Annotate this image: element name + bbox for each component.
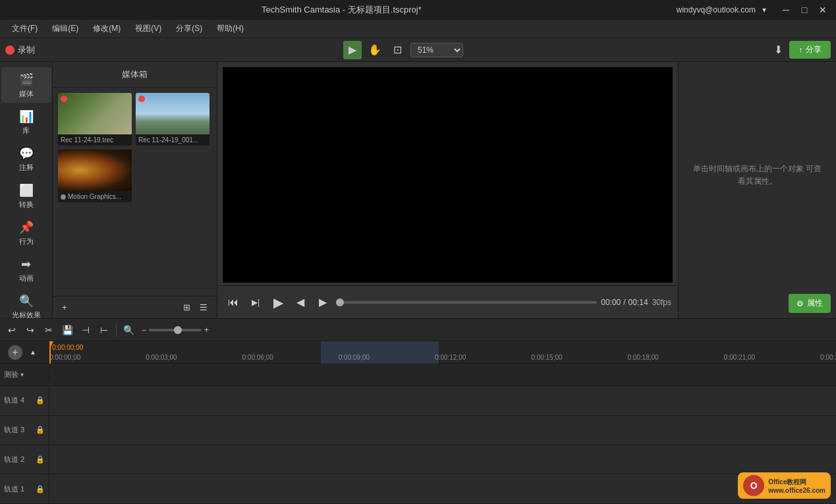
properties-button[interactable]: ⚙ 属性 [789, 294, 831, 313]
menu-item-m[interactable]: 修改(M) [86, 21, 127, 36]
select-tool-button[interactable]: ▶ [343, 41, 362, 59]
tl-time-position: 0:00:00;00 [52, 344, 83, 351]
behavior-icon: 📌 [19, 220, 34, 235]
quiz-track-label-area: 测验 ▾ [0, 370, 49, 379]
sidebar-item-annotation[interactable]: 💬 注释 [1, 141, 51, 177]
zoom-select[interactable]: 51% [410, 43, 463, 57]
properties-panel: 单击时间轴或画布上的一个对象 可查看其属性。 ⚙ 属性 [678, 62, 836, 318]
tl-undo-button[interactable]: ↩ [4, 322, 20, 338]
share-button[interactable]: ↑ 分享 [789, 41, 831, 59]
rec-indicator-2 [138, 96, 145, 102]
zoom-slider-thumb [174, 326, 182, 334]
menu-item-f[interactable]: 文件(F) [5, 21, 44, 36]
track-3-lock-button[interactable]: 🔒 [36, 426, 45, 435]
media-thumb-motion[interactable]: Motion Graphics... [58, 150, 132, 202]
time-info: 00:00 / 00:14 [601, 298, 648, 307]
close-button[interactable]: ✕ [816, 3, 829, 16]
thumb-label-motion: Motion Graphics... [58, 191, 132, 202]
tl-save-button[interactable]: 💾 [59, 322, 75, 338]
gear-icon: ⚙ [796, 299, 804, 308]
maximize-button[interactable]: □ [798, 3, 811, 16]
track-1-label: 轨道 1 [4, 484, 24, 494]
thumb-label-rec2: Rec 11-24-19_001... [136, 134, 209, 146]
preview-area: ⏮ ▶| ▶ ◀ ▶ 00:00 / 00:14 30fps [217, 62, 678, 318]
toolbar: 录制 ▶ ✋ ⊡ 51% ⬇ ↑ 分享 [0, 38, 836, 62]
user-label: windyvq@outlook.com [677, 5, 756, 14]
tl-cut-button[interactable]: ✂ [41, 322, 57, 338]
quiz-track-label: 测验 [4, 370, 18, 379]
timeline-ruler[interactable]: 0:00:00;000:00:03;000:00:06;000:00:09;00… [49, 341, 836, 364]
titlebar-right: windyvq@outlook.com ▾ ─ □ ✕ [677, 3, 829, 16]
media-thumb-rec1[interactable]: Rec 11-24-19.trec [58, 93, 132, 146]
media-panel-bottom: + ⊞ ☰ [53, 296, 217, 318]
list-view-button[interactable]: ☰ [196, 300, 211, 314]
zoom-plus-icon: + [204, 325, 209, 335]
menu-item-e[interactable]: 编辑(E) [45, 21, 85, 36]
track-2-label: 轨道 2 [4, 455, 24, 464]
download-button[interactable]: ⬇ [771, 41, 785, 59]
sidebar-item-library[interactable]: 📊 库 [1, 104, 51, 140]
step-back-button[interactable]: ▶| [246, 293, 265, 312]
sidebar-item-animation[interactable]: ➡ 动画 [1, 252, 51, 287]
sidebar-item-media[interactable]: 🎬 媒体 [1, 67, 51, 103]
tl-add-track-button[interactable]: + [8, 345, 22, 360]
menu-item-s[interactable]: 分享(S) [169, 21, 209, 36]
sidebar-annotation-label: 注释 [19, 163, 34, 173]
sidebar-item-transition[interactable]: ⬜ 转换 [1, 178, 51, 213]
timeline-area: ↩ ↪ ✂ 💾 ⊣ ⊢ 🔍 − + + ▲ [0, 318, 836, 504]
window-controls: ─ □ ✕ [779, 3, 829, 16]
quiz-track-header: 测验 ▾ [0, 364, 836, 386]
watermark-text: Office教程网 www.office26.com [768, 478, 825, 494]
thumb-label-rec1: Rec 11-24-19.trec [58, 134, 132, 146]
track-row-3[interactable] [49, 416, 836, 445]
tl-redo-button[interactable]: ↪ [22, 322, 38, 338]
track-4-lock-button[interactable]: 🔒 [36, 396, 45, 405]
prev-marker-button[interactable]: ◀ [291, 293, 310, 312]
media-panel: 媒体箱 Rec 11-24-19.trec Rec 11-24-19_001..… [53, 62, 217, 318]
skip-back-button[interactable]: ⏮ [224, 293, 242, 312]
record-button[interactable]: 录制 [5, 44, 35, 56]
track-row-1[interactable] [49, 474, 836, 504]
grid-view-button[interactable]: ⊞ [179, 300, 194, 314]
chevron-down-icon: ▾ [762, 5, 766, 14]
menu-item-v[interactable]: 视图(V) [128, 21, 168, 36]
tl-split-button[interactable]: ⊣ [78, 322, 94, 338]
tl-something-button[interactable]: ⊢ [96, 322, 112, 338]
record-dot-icon [5, 45, 14, 55]
progress-bar[interactable] [336, 301, 597, 304]
next-marker-button[interactable]: ▶ [314, 293, 332, 312]
zoom-slider-track[interactable] [149, 329, 202, 331]
media-thumb-rec2[interactable]: Rec 11-24-19_001... [136, 93, 209, 146]
properties-hint: 单击时间轴或画布上的一个对象 可查看其属性。 [679, 62, 836, 289]
time-separator: / [623, 298, 625, 307]
track-4-label: 轨道 4 [4, 395, 24, 405]
minimize-button[interactable]: ─ [779, 3, 793, 16]
menu-item-h[interactable]: 帮助(H) [210, 21, 250, 36]
time-mark-8: 0:00:24;00 [820, 354, 836, 361]
track-label-4: 轨道 4 🔒 [0, 386, 49, 416]
time-mark-3: 0:00:09;00 [339, 354, 370, 361]
track-2-lock-button[interactable]: 🔒 [36, 455, 45, 464]
track-label-2: 轨道 2 🔒 [0, 445, 49, 475]
media-add-button[interactable]: + [58, 300, 71, 314]
hand-tool-button[interactable]: ✋ [366, 41, 384, 59]
track-row-2[interactable] [49, 445, 836, 475]
chevron-down-quiz: ▾ [20, 371, 24, 378]
total-time: 00:14 [628, 298, 648, 307]
current-time: 00:00 [601, 298, 621, 307]
record-label: 录制 [18, 44, 35, 56]
tl-zoom-to-fit-button[interactable]: 🔍 [121, 322, 136, 338]
tl-divider-1 [116, 323, 117, 337]
tl-zoom-slider: − + [142, 325, 209, 335]
track-row-4[interactable] [49, 386, 836, 416]
play-button[interactable]: ▶ [269, 293, 287, 312]
sidebar-item-behavior[interactable]: 📌 行为 [1, 215, 51, 250]
timeline-tracks-container: + ▲ 0:00:00;000:00:03;000:00:06;000:00:0… [0, 341, 836, 504]
main-area: 🎬 媒体 📊 库 💬 注释 ⬜ 转换 📌 行为 ➡ 动画 🔍 光标效果 🔧 [0, 62, 836, 318]
tl-collapse-button[interactable]: ▲ [25, 345, 41, 360]
crop-tool-button[interactable]: ⊡ [388, 41, 406, 59]
timeline-header: + ▲ 0:00:00;000:00:03;000:00:06;000:00:0… [0, 341, 836, 364]
track-1-lock-button[interactable]: 🔒 [36, 484, 45, 493]
titlebar: TechSmith Camtasia - 无标题项目.tscproj* wind… [0, 0, 836, 20]
zoom-minus-icon: − [142, 325, 146, 335]
